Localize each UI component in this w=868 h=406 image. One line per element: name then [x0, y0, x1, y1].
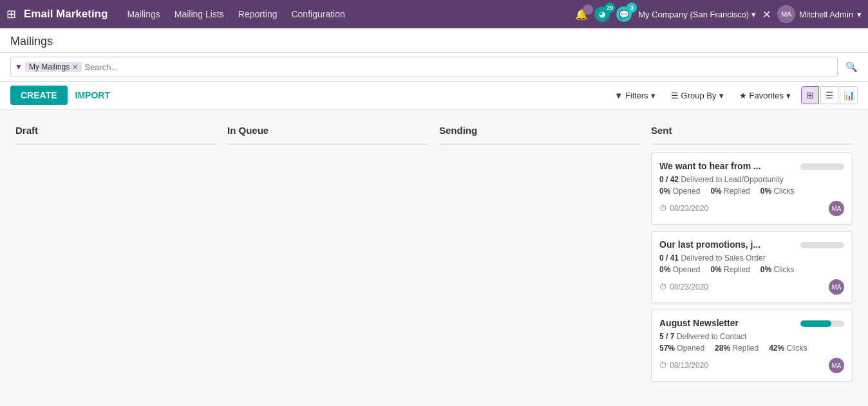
bell-badge [583, 5, 593, 15]
subheader: Mailings [0, 28, 868, 53]
card-3[interactable]: August Newsletter 5 / 7 Delivered to Con… [651, 309, 853, 382]
bell-icon[interactable]: 🔔 [575, 8, 588, 21]
card-1-delivery: 0 / 42 Delivered to Lead/Opportunity [659, 175, 844, 184]
top-navigation: ⊞ Email Marketing Mailings Mailing Lists… [0, 0, 868, 28]
kanban-view-button[interactable]: ⊞ [801, 86, 819, 104]
card-3-footer: ⏱ 08/13/2020 MA [659, 358, 844, 373]
column-sent: Sent We want to hear from ... 0 / 42 Del… [646, 120, 858, 402]
card-2-header: Our last promotions, j... [659, 239, 844, 250]
card-3-avatar: MA [829, 358, 844, 373]
column-inqueue: In Queue [222, 120, 434, 402]
column-sending-header: Sending [439, 120, 641, 145]
card-1-header: We want to hear from ... [659, 161, 844, 171]
card-1-footer: ⏱ 08/23/2020 MA [659, 201, 844, 216]
card-2-title: Our last promotions, j... [659, 239, 800, 250]
card-1-progress-container [800, 163, 844, 170]
card-2-progress-container [800, 242, 844, 248]
card-1-stats: 0% Opened 0% Replied 0% Clicks [659, 187, 844, 196]
card-2-stats: 0% Opened 0% Replied 0% Clicks [659, 265, 844, 274]
search-tag: My Mailings ✕ [25, 62, 82, 72]
nav-configuration[interactable]: Configuration [291, 9, 344, 19]
nav-mailing-lists[interactable]: Mailing Lists [175, 9, 224, 19]
activity-badge: 29 [605, 3, 615, 13]
groupby-icon: ☰ [671, 91, 679, 100]
star-icon: ★ [739, 91, 747, 100]
column-sending: Sending [434, 120, 646, 402]
card-1-title: We want to hear from ... [659, 161, 800, 171]
card-3-delivery: 5 / 7 Delivered to Contact [659, 332, 844, 341]
favorites-button[interactable]: ★ Favorites ▾ [734, 88, 796, 103]
card-2-footer: ⏱ 08/23/2020 MA [659, 279, 844, 295]
message-icon[interactable]: 💬 3 [616, 6, 632, 22]
card-3-header: August Newsletter [659, 318, 844, 328]
column-inqueue-header: In Queue [227, 120, 429, 145]
filters-chevron: ▾ [651, 91, 656, 100]
topnav-right: 🔔 ◕ 29 💬 3 My Company (San Francisco) ▾ … [575, 5, 862, 23]
import-button[interactable]: IMPORT [75, 90, 110, 100]
groupby-button[interactable]: ☰ Group By ▾ [666, 88, 729, 103]
chart-view-button[interactable]: 📊 [840, 86, 858, 104]
clock-icon-1: ⏱ [659, 204, 667, 213]
card-2-delivery: 0 / 41 Delivered to Sales Order [659, 254, 844, 263]
user-menu[interactable]: MA Mitchell Admin ▾ [777, 5, 862, 23]
search-tag-close[interactable]: ✕ [72, 63, 78, 71]
search-input[interactable] [82, 62, 833, 72]
avatar: MA [777, 5, 795, 23]
nav-mailings[interactable]: Mailings [127, 9, 160, 19]
card-2-avatar: MA [829, 279, 844, 295]
close-icon[interactable]: ✕ [762, 8, 771, 21]
search-container[interactable]: ▼ My Mailings ✕ [10, 57, 838, 77]
clock-icon-3: ⏱ [659, 361, 667, 370]
kanban-board: Draft In Queue Sending Sent We want to h… [0, 109, 868, 406]
message-badge: 3 [627, 3, 637, 13]
filter-icon: ▼ [15, 62, 23, 71]
card-2[interactable]: Our last promotions, j... 0 / 41 Deliver… [651, 231, 853, 303]
company-selector[interactable]: My Company (San Francisco) ▾ [638, 10, 756, 19]
column-sent-header: Sent [651, 120, 853, 145]
card-3-progress-container [800, 320, 844, 327]
card-3-stats: 57% Opened 28% Replied 42% Clicks [659, 344, 844, 353]
nav-menu: Mailings Mailing Lists Reporting Configu… [127, 9, 575, 19]
card-1[interactable]: We want to hear from ... 0 / 42 Delivere… [651, 152, 853, 225]
card-3-progress-bar [800, 320, 831, 327]
card-3-title: August Newsletter [659, 318, 800, 328]
create-button[interactable]: CREATE [10, 86, 68, 105]
column-draft: Draft [10, 120, 222, 402]
card-1-avatar: MA [829, 201, 844, 216]
search-button[interactable]: 🔍 [845, 61, 858, 73]
action-bar: CREATE IMPORT ▼ Filters ▾ ☰ Group By ▾ ★… [0, 82, 868, 109]
page-title: Mailings [10, 28, 858, 52]
toolbar-right: ▼ Filters ▾ ☰ Group By ▾ ★ Favorites ▾ ⊞… [609, 86, 858, 104]
activity-icon[interactable]: ◕ 29 [594, 6, 610, 22]
clock-icon-2: ⏱ [659, 282, 667, 291]
filter-funnel-icon: ▼ [614, 91, 623, 100]
search-row: ▼ My Mailings ✕ 🔍 [10, 53, 858, 81]
column-draft-header: Draft [15, 120, 217, 145]
card-2-date: ⏱ 08/23/2020 [659, 282, 708, 291]
view-switcher: ⊞ ☰ 📊 [801, 86, 858, 104]
grid-icon[interactable]: ⊞ [6, 7, 16, 21]
groupby-chevron: ▾ [719, 91, 724, 100]
search-bar-container: ▼ My Mailings ✕ 🔍 [0, 53, 868, 82]
nav-reporting[interactable]: Reporting [238, 9, 278, 19]
filters-button[interactable]: ▼ Filters ▾ [609, 88, 660, 103]
list-view-button[interactable]: ☰ [820, 86, 838, 104]
card-3-date: ⏱ 08/13/2020 [659, 361, 708, 370]
app-title: Email Marketing [24, 8, 108, 21]
favorites-chevron: ▾ [786, 91, 791, 100]
card-1-date: ⏱ 08/23/2020 [659, 204, 708, 213]
